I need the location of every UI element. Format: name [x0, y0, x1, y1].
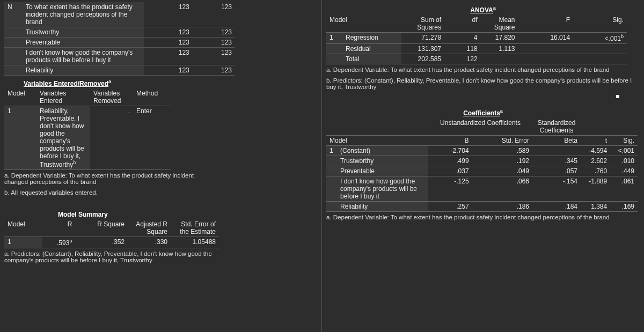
right-pane: ANOVAa Model Sum of Squares df Mean Squa… — [322, 0, 644, 332]
an-model — [326, 44, 342, 54]
co-name: Preventable — [337, 166, 428, 176]
ms-note-a: a. Predictors: (Constant), Reliability, … — [4, 248, 219, 265]
co-h-sig: Sig. — [610, 136, 638, 146]
left-pane: NTo what extent has the product safety i… — [0, 0, 322, 332]
coef-group-unstd: Unstandardized Coefficients — [428, 118, 532, 136]
co-b: .499 — [428, 156, 472, 166]
co-b: .257 — [428, 202, 472, 212]
co-h-beta: Beta — [532, 136, 581, 146]
model-summary-title: Model Summary — [58, 208, 317, 219]
co-t: 1.384 — [581, 202, 610, 212]
ve-method: Enter — [133, 106, 171, 170]
coef-group-std: Standardized Coefficients — [532, 118, 581, 136]
desc-c1: 123 — [144, 65, 193, 76]
coef-table: Unstandardized Coefficients Standardized… — [326, 118, 638, 212]
ms-h-adj: Adjusted R Square — [128, 219, 171, 237]
an-df: 122 — [444, 54, 481, 64]
an-note-a: a. Dependent Variable: To what extent ha… — [326, 64, 638, 75]
desc-c1: 123 — [144, 27, 193, 38]
an-h-ss: Sum of Squares — [401, 15, 444, 33]
desc-c2: 123 — [193, 2, 235, 27]
an-h-f: F — [518, 15, 574, 33]
an-ss: 71.278 — [401, 33, 444, 44]
an-name: Total — [342, 54, 401, 64]
co-model — [326, 156, 337, 166]
co-b: .037 — [428, 166, 472, 176]
desc-c1: 123 — [144, 2, 193, 27]
ms-h-se: Std. Error of the Estimate — [171, 219, 219, 237]
ms-model: 1 — [4, 237, 42, 248]
an-sig — [573, 54, 627, 64]
co-b: -.125 — [428, 176, 472, 202]
co-note-a: a. Dependent Variable: To what extent ha… — [326, 212, 638, 223]
ms-h-r: R — [42, 219, 76, 237]
col-method: Method — [133, 88, 171, 106]
desc-c2: 123 — [193, 65, 235, 76]
desc-text: Trustworthy — [23, 27, 144, 38]
an-ss: 202.585 — [401, 54, 444, 64]
an-name: Regression — [342, 33, 401, 44]
co-se: .066 — [472, 176, 532, 202]
co-model: 1 — [326, 146, 337, 156]
desc-label: N — [4, 2, 23, 27]
co-sig: .010 — [610, 156, 638, 166]
co-beta: .345 — [532, 156, 581, 166]
an-model — [326, 54, 342, 64]
desc-c2: 123 — [193, 48, 235, 65]
vars-entered-table: Model Variables Entered Variables Remove… — [4, 88, 171, 170]
co-name: I don't know how good the company's prod… — [337, 176, 428, 202]
desc-c1: 123 — [144, 38, 193, 48]
co-se: .589 — [472, 146, 532, 156]
co-t: -4.594 — [581, 146, 610, 156]
ms-r: .593a — [42, 237, 76, 248]
co-beta — [532, 146, 581, 156]
an-note-b: b. Predictors: (Constant), Reliability, … — [326, 75, 638, 92]
an-h-df: df — [444, 15, 481, 33]
an-sig — [573, 44, 627, 54]
an-name: Residual — [342, 44, 401, 54]
co-beta: .057 — [532, 166, 581, 176]
co-beta: -.154 — [532, 176, 581, 202]
co-model — [326, 166, 337, 176]
co-model — [326, 202, 337, 212]
col-entered: Variables Entered — [36, 88, 90, 106]
co-name: Trustworthy — [337, 156, 428, 166]
co-h-b: B — [428, 136, 472, 146]
an-f — [518, 44, 574, 54]
ms-h-model: Model — [4, 219, 42, 237]
desc-label — [4, 38, 23, 48]
anova-title: ANOVAa — [326, 2, 640, 15]
co-t: .760 — [581, 166, 610, 176]
co-se: .186 — [472, 202, 532, 212]
co-t: 2.602 — [581, 156, 610, 166]
anova-table: Model Sum of Squares df Mean Square F Si… — [326, 15, 627, 64]
an-h-sig: Sig. — [573, 15, 627, 33]
coef-title: Coefficientsa — [326, 105, 640, 118]
ve-removed: . — [90, 106, 133, 170]
ms-h-r2: R Square — [75, 219, 128, 237]
co-sig: .449 — [610, 166, 638, 176]
an-f — [518, 54, 574, 64]
an-model: 1 — [326, 33, 342, 44]
co-sig: .169 — [610, 202, 638, 212]
an-df: 4 — [444, 33, 481, 44]
an-ms: 1.113 — [481, 44, 518, 54]
co-se: .192 — [472, 156, 532, 166]
co-h-se: Std. Error — [472, 136, 532, 146]
co-name: (Constant) — [337, 146, 428, 156]
an-df: 118 — [444, 44, 481, 54]
ve-entered: Reliability, Preventable, I don't know h… — [36, 106, 90, 170]
an-f: 16.014 — [518, 33, 574, 44]
desc-text: To what extent has the product safety in… — [23, 2, 144, 27]
an-ss: 131.307 — [401, 44, 444, 54]
ms-se: 1.05488 — [171, 237, 219, 248]
an-ms: 17.820 — [481, 33, 518, 44]
desc-label — [4, 65, 23, 76]
co-name: Reliability — [337, 202, 428, 212]
ve-note-a: a. Dependent Variable: To what extent ha… — [4, 170, 219, 187]
co-b: -2.704 — [428, 146, 472, 156]
an-ms — [481, 54, 518, 64]
an-h-model: Model — [326, 15, 401, 33]
vars-entered-title: Variables Entered/Removeda — [24, 76, 317, 88]
desc-c1: 123 — [144, 48, 193, 65]
